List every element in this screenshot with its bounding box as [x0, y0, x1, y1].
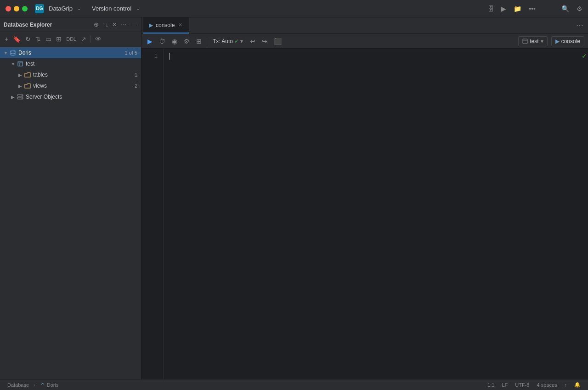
- filter-icon[interactable]: 👁: [93, 34, 103, 44]
- settings-button[interactable]: ⚙: [181, 36, 192, 46]
- app-name: DataGrip: [49, 5, 73, 12]
- jump-icon[interactable]: ↗: [79, 34, 88, 44]
- status-upload[interactable]: ↑: [563, 382, 569, 388]
- app-icon: DG: [35, 4, 44, 13]
- app-dropdown-arrow[interactable]: ⌄: [77, 6, 81, 11]
- minimize-button[interactable]: [14, 6, 19, 11]
- run-options-button[interactable]: ◉: [170, 36, 180, 46]
- sidebar-title: Database Explorer: [4, 22, 91, 28]
- run-icon[interactable]: ▶: [501, 5, 506, 12]
- status-doris-label: Doris: [47, 382, 59, 388]
- redo-button[interactable]: ↪: [260, 36, 270, 46]
- history-button[interactable]: ⏱: [157, 36, 168, 46]
- console-context-icon: ▶: [555, 38, 560, 45]
- editor-gutter: ✓: [581, 49, 588, 379]
- tables-label: tables: [33, 72, 132, 78]
- status-doris[interactable]: Doris: [38, 382, 61, 388]
- console-context-button[interactable]: ▶ console: [551, 36, 584, 46]
- refresh-icon[interactable]: ↻: [23, 34, 33, 44]
- tree-item-views[interactable]: ▶ views 2: [0, 80, 141, 91]
- server-objects-label: Server Objects: [26, 94, 137, 100]
- folder-icon[interactable]: 📁: [514, 5, 521, 12]
- tree-item-test[interactable]: ▾ test: [0, 58, 141, 69]
- right-panel: ▶ console ✕ ⋯ ▶ ⏱ ◉ ⚙ ⊞ Tx: Auto ✓ ▾ ↩ ↪…: [141, 17, 588, 379]
- add-datasource-icon[interactable]: +: [3, 34, 10, 44]
- version-control-dropdown[interactable]: ⌄: [136, 6, 140, 11]
- svg-rect-8: [523, 39, 527, 44]
- sidebar-sync-icon[interactable]: ⊕: [93, 20, 100, 29]
- search-icon[interactable]: 🔍: [561, 5, 569, 12]
- status-indent-label: 4 spaces: [537, 382, 557, 388]
- sync-icon[interactable]: ⇅: [34, 34, 43, 44]
- database-icon[interactable]: 🗄: [487, 5, 494, 12]
- toolbar-sep: [90, 35, 91, 43]
- undo-button[interactable]: ↩: [248, 36, 258, 46]
- notification-icon: 🔔: [574, 382, 581, 388]
- text-cursor: [170, 53, 170, 60]
- tab-bar: ▶ console ✕ ⋯: [141, 17, 588, 34]
- more-icon[interactable]: •••: [529, 5, 536, 12]
- console-tab-label: console: [156, 22, 175, 28]
- test-arrow[interactable]: ▾: [9, 60, 17, 67]
- ddl-icon[interactable]: DDL: [64, 35, 78, 43]
- console-tab-close[interactable]: ✕: [177, 22, 183, 28]
- line-number-1: 1: [141, 52, 163, 61]
- status-indent[interactable]: 4 spaces: [535, 382, 559, 388]
- tree-item-tables[interactable]: ▶ tables 1: [0, 69, 141, 80]
- svg-point-0: [11, 50, 15, 52]
- status-position-label: 1:1: [487, 382, 494, 388]
- sidebar-toolbar: + 🔖 ↻ ⇅ ▭ ⊞ DDL ↗ 👁: [0, 32, 141, 46]
- sidebar-close-icon[interactable]: ✕: [111, 20, 118, 29]
- sidebar-hide-icon[interactable]: —: [130, 20, 137, 29]
- status-line-ending[interactable]: LF: [500, 382, 509, 388]
- test-schema-icon: [17, 60, 24, 67]
- server-objects-arrow[interactable]: ▶: [9, 93, 17, 100]
- console-tab[interactable]: ▶ console ✕: [143, 17, 189, 33]
- grid-small-icon[interactable]: ⊞: [54, 34, 63, 44]
- tree-item-doris[interactable]: ▾ Doris 1 of 5: [0, 47, 141, 58]
- status-bar: Database › Doris 1:1 LF UTF-8 4 spaces ↑…: [0, 379, 588, 390]
- editor-area[interactable]: 1 ✓: [141, 49, 588, 379]
- settings-icon[interactable]: ⚙: [577, 5, 582, 12]
- grid-button[interactable]: ⊞: [194, 36, 204, 46]
- traffic-lights: [6, 6, 28, 11]
- status-encoding[interactable]: UTF-8: [513, 382, 531, 388]
- console-tab-icon: ▶: [149, 22, 153, 28]
- version-control-label[interactable]: Version control: [92, 5, 131, 12]
- test-context-arrow: ▾: [541, 38, 543, 45]
- sidebar: Database Explorer ⊕ ↑↓ ✕ ⋯ — + 🔖 ↻ ⇅ ▭ ⊞…: [0, 17, 141, 379]
- doris-db-icon: [9, 49, 17, 56]
- svg-point-6: [22, 95, 23, 96]
- tx-dropdown[interactable]: Tx: Auto ✓ ▾: [210, 37, 246, 46]
- title-bar: DG DataGrip ⌄ Version control ⌄ 🗄 ▶ 📁 ••…: [0, 0, 588, 17]
- tab-more-button[interactable]: ⋯: [571, 17, 588, 33]
- status-database[interactable]: Database: [6, 382, 31, 388]
- tables-badge: 1: [135, 72, 137, 78]
- tables-arrow[interactable]: ▶: [17, 71, 24, 78]
- doris-label: Doris: [18, 50, 122, 56]
- status-line-ending-label: LF: [502, 382, 508, 388]
- title-icons: 🗄 ▶ 📁 ••• 🔍 ⚙: [487, 5, 582, 12]
- views-badge: 2: [135, 83, 137, 89]
- status-position[interactable]: 1:1: [486, 382, 496, 388]
- svg-rect-1: [18, 61, 23, 66]
- views-arrow[interactable]: ▶: [17, 82, 24, 89]
- stop-button[interactable]: ⬛: [271, 36, 284, 46]
- tree-container[interactable]: ▾ Doris 1 of 5 ▾: [0, 46, 141, 379]
- console-icon[interactable]: ▭: [44, 34, 53, 44]
- tables-folder-icon: [24, 71, 31, 78]
- test-context-label: test: [530, 38, 538, 45]
- test-context-button[interactable]: test ▾: [518, 36, 547, 46]
- sidebar-nav-icon[interactable]: ↑↓: [102, 20, 109, 29]
- cursor-line: [169, 52, 575, 61]
- doris-arrow[interactable]: ▾: [2, 49, 9, 56]
- maximize-button[interactable]: [22, 6, 28, 11]
- run-button[interactable]: ▶: [145, 36, 155, 46]
- status-database-label: Database: [7, 382, 29, 388]
- close-button[interactable]: [6, 6, 11, 11]
- bookmark-icon[interactable]: 🔖: [11, 34, 23, 44]
- editor-code[interactable]: [164, 49, 581, 379]
- sidebar-options-icon[interactable]: ⋯: [120, 20, 128, 29]
- status-notifications[interactable]: 🔔: [572, 382, 582, 388]
- tree-item-server-objects[interactable]: ▶ Server Objects: [0, 91, 141, 102]
